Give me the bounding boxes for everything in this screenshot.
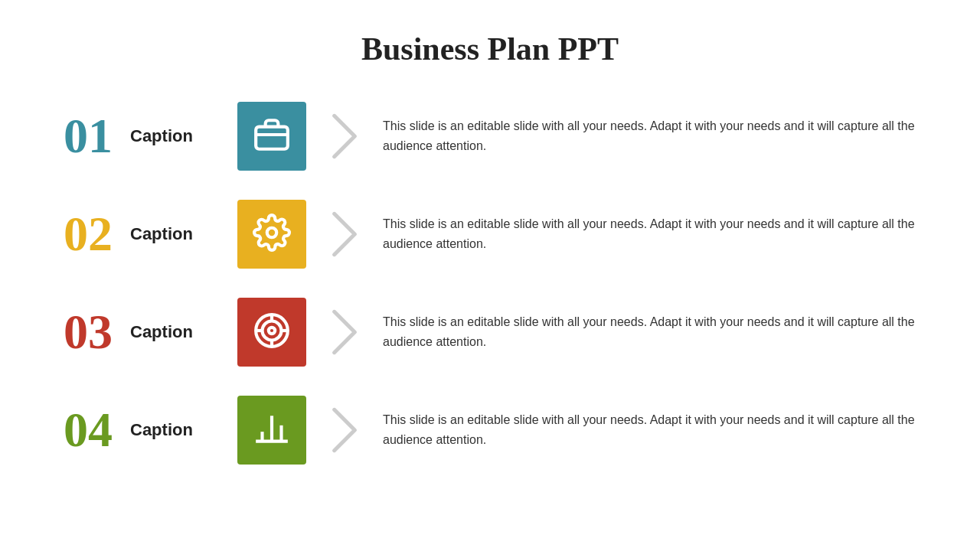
- item-description-1: This slide is an editable slide with all…: [383, 116, 934, 155]
- item-caption-3: Caption: [130, 322, 230, 342]
- item-caption-1: Caption: [130, 126, 230, 146]
- chevron-3: [322, 309, 368, 355]
- chevron-2: [322, 211, 368, 257]
- rows-container: 01 Caption This slide is an editable sli…: [46, 90, 934, 476]
- svg-point-3: [267, 228, 277, 238]
- row-2: 02 Caption This slide is an editable sli…: [46, 188, 934, 280]
- item-description-3: This slide is an editable slide with all…: [383, 312, 934, 351]
- icon-box-1: [237, 102, 306, 171]
- gear-icon: [253, 214, 291, 255]
- icon-box-3: [237, 298, 306, 367]
- row-4: 04 Caption This slide is an editable sli…: [46, 384, 934, 476]
- svg-point-5: [263, 321, 282, 341]
- briefcase-icon: [253, 116, 291, 157]
- chart-icon: [253, 409, 291, 451]
- svg-point-6: [269, 328, 275, 334]
- item-number-3: 03: [46, 304, 130, 360]
- item-description-4: This slide is an editable slide with all…: [383, 410, 934, 449]
- item-caption-2: Caption: [130, 224, 230, 244]
- item-number-1: 01: [46, 108, 130, 165]
- item-number-2: 02: [46, 206, 130, 262]
- target-icon: [253, 311, 291, 353]
- row-1: 01 Caption This slide is an editable sli…: [46, 90, 934, 182]
- slide-title: Business Plan PPT: [361, 31, 619, 67]
- row-3: 03 Caption This slide is an editable sli…: [46, 286, 934, 378]
- chevron-1: [322, 113, 368, 159]
- item-caption-4: Caption: [130, 420, 230, 440]
- item-description-2: This slide is an editable slide with all…: [383, 214, 934, 253]
- chevron-4: [322, 407, 368, 453]
- svg-rect-0: [256, 127, 288, 149]
- item-number-4: 04: [46, 402, 130, 458]
- icon-box-4: [237, 396, 306, 465]
- slide: Business Plan PPT 01 Caption This slide …: [0, 0, 980, 551]
- icon-box-2: [237, 200, 306, 269]
